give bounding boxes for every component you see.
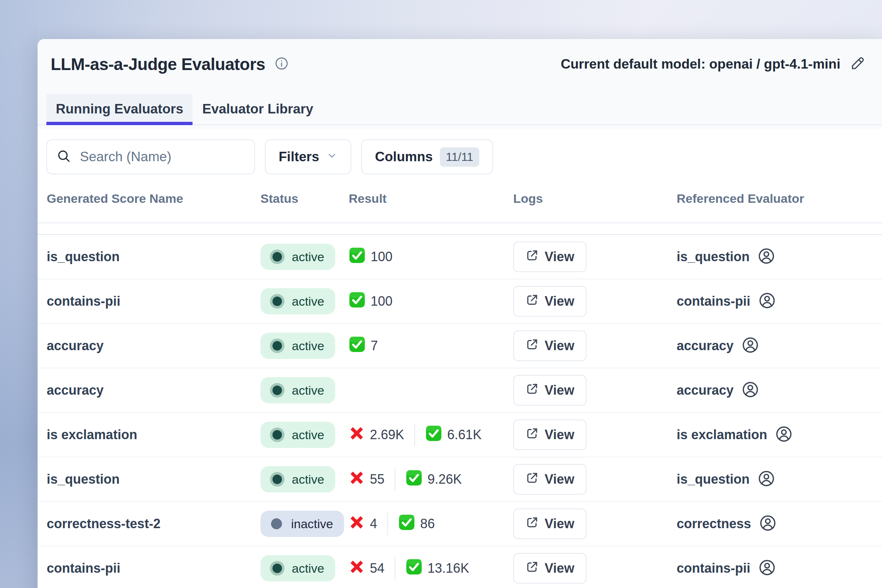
status-badge: active: [261, 555, 335, 581]
status-dot-icon: [271, 518, 282, 529]
pass-value: 100: [370, 249, 393, 264]
columns-button[interactable]: Columns 11/11: [361, 140, 493, 174]
status-badge: active: [261, 422, 335, 448]
view-logs-button[interactable]: View: [513, 330, 586, 361]
result-cell: 100: [349, 247, 513, 267]
status-label: active: [292, 561, 324, 576]
table-row: is_question active 100: [38, 235, 882, 279]
external-link-icon: [526, 382, 539, 399]
view-logs-button[interactable]: View: [513, 286, 586, 316]
search-icon: [57, 149, 71, 165]
generated-score-name: is_question: [47, 472, 120, 487]
tab-running-evaluators[interactable]: Running Evaluators: [46, 94, 193, 124]
column-header-status[interactable]: Status: [261, 192, 349, 206]
external-link-icon: [526, 471, 539, 488]
pass-value: 86: [420, 516, 435, 531]
result-cell: 4 86: [349, 513, 513, 535]
table-row: contains-pii active 100: [38, 279, 882, 324]
view-logs-label: View: [544, 516, 574, 531]
pass-count: 6.61K: [425, 425, 482, 445]
user-circle-icon: [758, 292, 776, 311]
result-divider: [387, 513, 388, 535]
result-cell: 100: [349, 291, 513, 312]
table-section: Filters Columns 11/11 Generated Score Na…: [38, 129, 882, 588]
view-logs-button[interactable]: View: [513, 420, 586, 450]
partially-scrolled-row: [38, 223, 882, 235]
table-body: is_question active 100: [38, 235, 882, 588]
status-badge: active: [261, 333, 335, 359]
status-dot-icon: [273, 474, 282, 484]
user-circle-icon: [775, 425, 793, 444]
view-logs-label: View: [544, 338, 574, 354]
column-header-referenced-evaluator[interactable]: Referenced Evaluator: [676, 192, 882, 206]
view-logs-label: View: [544, 561, 574, 576]
view-logs-button[interactable]: View: [513, 375, 586, 406]
status-badge: active: [261, 288, 335, 314]
referenced-evaluator-name: accuracy: [676, 382, 734, 398]
view-logs-label: View: [544, 427, 574, 442]
fail-count: 2.69K: [349, 425, 404, 445]
generated-score-name: contains-pii: [47, 561, 120, 576]
generated-score-name: correctness-test-2: [47, 516, 160, 531]
status-dot-icon: [273, 252, 282, 261]
view-logs-label: View: [544, 294, 574, 309]
fail-count: 55: [349, 470, 384, 489]
external-link-icon: [526, 338, 539, 354]
check-mark-icon: [349, 336, 366, 356]
fail-value: 4: [370, 516, 377, 531]
status-badge: inactive: [261, 511, 344, 537]
search-field[interactable]: [79, 149, 245, 165]
pass-value: 6.61K: [447, 427, 482, 442]
chevron-down-icon: [327, 149, 338, 165]
referenced-evaluator-name: correctness: [676, 516, 751, 531]
result-cell: 7: [349, 336, 513, 356]
table-row: contains-pii active 54: [38, 546, 882, 588]
user-circle-icon: [742, 381, 759, 400]
result-cell: 55 9.26K: [349, 468, 513, 490]
filters-label: Filters: [279, 149, 319, 165]
tab-bar: Running Evaluators Evaluator Library: [38, 94, 882, 125]
status-dot-icon: [273, 430, 282, 440]
pass-count: 100: [349, 291, 393, 312]
external-link-icon: [526, 560, 539, 577]
user-circle-icon: [758, 470, 775, 489]
generated-score-name: accuracy: [47, 382, 104, 398]
table-row: accuracy active View: [38, 368, 882, 413]
cross-mark-icon: [349, 425, 365, 445]
check-mark-icon: [406, 470, 422, 489]
generated-score-name: is_question: [47, 249, 120, 264]
cross-mark-icon: [349, 514, 365, 534]
result-divider: [394, 468, 395, 490]
status-badge: active: [261, 466, 335, 492]
status-dot-icon: [273, 297, 282, 306]
user-circle-icon: [742, 336, 759, 355]
search-input[interactable]: [46, 140, 255, 174]
referenced-evaluator-name: is exclamation: [676, 427, 767, 442]
column-header-result[interactable]: Result: [349, 192, 513, 206]
generated-score-name: accuracy: [47, 338, 104, 354]
pass-count: 86: [398, 514, 435, 534]
status-badge: active: [261, 244, 335, 270]
pass-count: 9.26K: [406, 470, 462, 489]
generated-score-name: is exclamation: [47, 427, 137, 442]
table-row: accuracy active 7: [38, 324, 882, 368]
view-logs-label: View: [544, 472, 574, 487]
tab-evaluator-library[interactable]: Evaluator Library: [193, 94, 322, 124]
generated-score-name: contains-pii: [47, 294, 120, 309]
page-title: LLM-as-a-Judge Evaluators: [51, 54, 265, 74]
column-header-logs[interactable]: Logs: [513, 192, 676, 206]
fail-value: 54: [370, 561, 384, 576]
view-logs-button[interactable]: View: [513, 464, 586, 495]
view-logs-button[interactable]: View: [513, 553, 586, 584]
evaluators-panel: LLM-as-a-Judge Evaluators Current defaul…: [38, 39, 882, 588]
info-icon[interactable]: [274, 57, 288, 72]
external-link-icon: [526, 249, 539, 265]
filters-button[interactable]: Filters: [265, 140, 351, 174]
toolbar: Filters Columns 11/11: [38, 129, 882, 174]
edit-pencil-icon[interactable]: [850, 56, 865, 73]
view-logs-button[interactable]: View: [513, 242, 586, 272]
column-header-generated-score-name[interactable]: Generated Score Name: [47, 192, 261, 206]
view-logs-button[interactable]: View: [513, 508, 586, 539]
referenced-evaluator-name: accuracy: [676, 338, 734, 354]
pass-value: 9.26K: [428, 472, 462, 487]
